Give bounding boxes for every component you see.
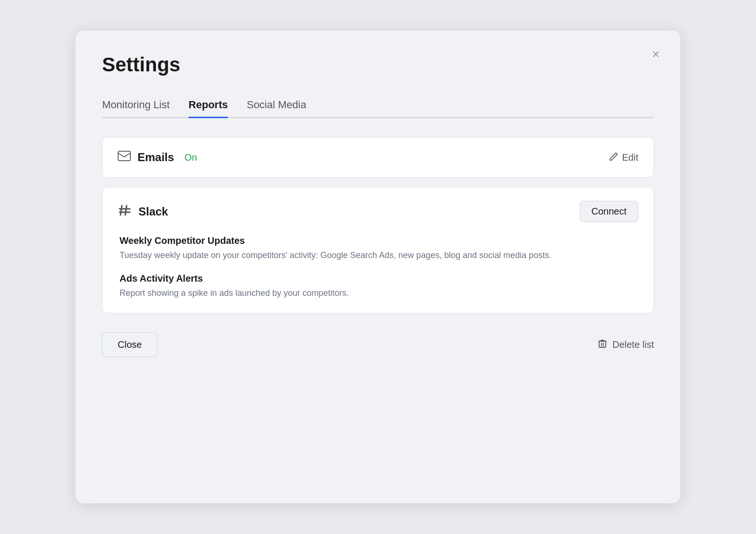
svg-rect-0 [118,151,130,161]
slack-title: Slack [138,205,168,218]
envelope-icon [118,151,131,164]
edit-label: Edit [622,152,638,163]
emails-card-header: Emails On Edit [118,151,638,164]
svg-line-1 [120,206,122,215]
delete-list-button[interactable]: Delete list [597,338,654,351]
emails-title-group: Emails On [118,151,197,164]
trash-icon [597,338,608,351]
ads-alerts-title: Ads Activity Alerts [120,273,638,284]
slack-icon [118,203,132,220]
list-item: Weekly Competitor Updates Tuesday weekly… [120,235,638,262]
slack-card-header: Slack Connect [118,201,638,222]
edit-button[interactable]: Edit [609,152,638,164]
svg-line-2 [125,206,127,215]
footer: Close Delete list [102,332,654,357]
close-x-button[interactable]: × [650,46,662,63]
emails-title: Emails [137,151,174,164]
weekly-updates-title: Weekly Competitor Updates [120,235,638,246]
delete-label: Delete list [612,339,654,350]
pencil-icon [609,152,619,164]
slack-card: Slack Connect Weekly Competitor Updates … [102,187,654,313]
connect-button[interactable]: Connect [580,201,639,222]
page-title: Settings [102,53,654,76]
emails-card: Emails On Edit [102,137,654,178]
settings-modal: × Settings Monitoring List Reports Socia… [76,31,680,503]
slack-title-group: Slack [118,203,168,220]
ads-alerts-desc: Report showing a spike in ads launched b… [120,287,638,300]
slack-reports-list: Weekly Competitor Updates Tuesday weekly… [118,235,638,300]
close-button[interactable]: Close [102,332,157,357]
emails-status: On [184,152,197,163]
weekly-updates-desc: Tuesday weekly update on your competitor… [120,249,638,262]
tabs-container: Monitoring List Reports Social Media [102,93,654,118]
list-item: Ads Activity Alerts Report showing a spi… [120,273,638,300]
tab-social-media[interactable]: Social Media [247,93,306,118]
svg-rect-5 [599,341,606,347]
tab-reports[interactable]: Reports [189,93,228,118]
tab-monitoring-list[interactable]: Monitoring List [102,93,170,118]
